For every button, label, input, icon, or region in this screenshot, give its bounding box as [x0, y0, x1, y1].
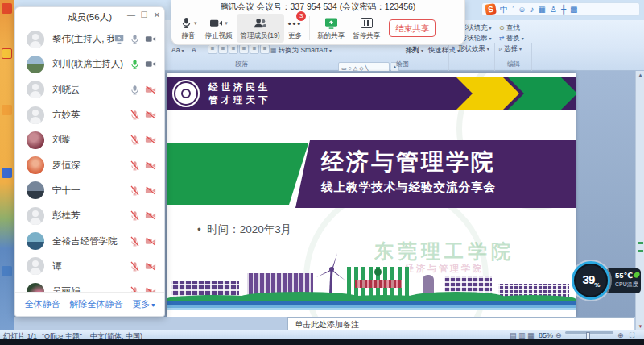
members-panel-footer: 全体静音 解除全体静音 更多 [15, 292, 164, 316]
scroll-down-icon[interactable]: ▼ [636, 324, 644, 329]
member-row[interactable]: 谭 [15, 254, 164, 279]
mic-icon[interactable] [130, 34, 140, 44]
scroll-marker [638, 250, 643, 252]
group-label-editing: 编辑 [507, 60, 520, 69]
shape-effects-button[interactable]: ◐形状效果 [452, 44, 489, 54]
emoji-icon[interactable]: ☺ [518, 3, 526, 15]
camera-icon[interactable] [145, 59, 156, 69]
maximize-button[interactable]: ☐ [138, 10, 150, 19]
select-button[interactable]: ▹选择 [499, 44, 522, 54]
end-share-button[interactable]: 结束共享 [389, 19, 436, 37]
member-row[interactable]: 方妙英 [15, 102, 164, 127]
member-row[interactable]: 宁十一 [15, 178, 164, 203]
mic-active-icon[interactable] [130, 59, 140, 69]
desktop-icon[interactable] [2, 266, 12, 276]
cpu-temperature: 55℃ [615, 271, 641, 280]
punctuation-icon[interactable]: ’ [512, 3, 514, 15]
more-button[interactable]: 更多 [132, 298, 155, 310]
new-share-button[interactable]: 新的共享 [313, 14, 349, 43]
font-color-button[interactable]: A [192, 46, 196, 54]
notes-input[interactable]: 单击此处添加备注 [287, 317, 634, 330]
more-options-button[interactable]: 3 ••• 更多 [284, 14, 307, 43]
stop-video-button[interactable]: ▾ 停止视频 [201, 14, 237, 43]
mic-muted-icon[interactable] [130, 286, 140, 292]
member-row[interactable]: 罗恒深 [15, 152, 164, 177]
pause-share-button[interactable]: 暂停共享 [349, 14, 384, 43]
zoom-out-icon[interactable]: ⊖ [555, 331, 562, 339]
desktop-icon[interactable] [2, 168, 12, 178]
zoom-slider[interactable] [565, 331, 613, 334]
mic-muted-icon[interactable] [130, 210, 140, 221]
windows-taskbar[interactable] [0, 339, 644, 345]
view-buttons[interactable]: ▤ ▥ ▦ [510, 331, 535, 339]
member-row[interactable]: 黎伟(主持人, 我) [15, 27, 164, 52]
camera-muted-icon[interactable] [145, 85, 156, 95]
school-seal-logo [172, 80, 200, 107]
camera-muted-icon[interactable] [145, 261, 156, 272]
voice-input-icon[interactable]: ♪ [530, 3, 534, 15]
find-button[interactable]: ⊙查找 [499, 23, 520, 33]
minimize-button[interactable]: — [126, 10, 137, 19]
camera-muted-icon[interactable] [145, 236, 156, 247]
avatar [27, 156, 44, 174]
manage-members-button[interactable]: 管理成员(19) [237, 14, 284, 43]
member-name: 刘川(联席主持人) [52, 58, 130, 70]
screen-share-icon[interactable] [114, 34, 125, 44]
skin-icon[interactable]: ♙ [550, 3, 557, 15]
member-name: 吴丽娟 [52, 285, 130, 292]
mic-muted-icon[interactable] [130, 110, 140, 120]
desktop-icon[interactable] [2, 105, 12, 115]
camera-muted-icon[interactable] [145, 110, 156, 120]
input-method-bar: S 中 ’ ☺ ♪ ▦ ♙ ╋ ▩ [481, 2, 640, 16]
avatar [27, 232, 44, 250]
align-buttons[interactable] [208, 44, 270, 54]
replace-button[interactable]: ⇄替换 [499, 34, 524, 44]
desktop-icon[interactable] [2, 48, 12, 59]
zoom-level[interactable]: 85% [539, 331, 553, 339]
school-motto: 经世济民生管才理天下 [208, 81, 271, 106]
camera-muted-icon[interactable] [145, 160, 156, 171]
presentation-slide[interactable]: 经世济民生管才理天下 经济与管理学院 线上教学技术与经验交流分享会 • 时间：2… [167, 73, 576, 317]
camera-muted-icon[interactable] [145, 135, 156, 145]
cpu-temp-panel: 55℃ CPU温度 [605, 268, 641, 293]
camera-muted-icon[interactable] [145, 286, 156, 292]
mute-all-button[interactable]: 全体静音 [25, 298, 60, 310]
arrange-button[interactable]: 排列 [406, 46, 423, 56]
font-case-button[interactable]: Aa [171, 46, 184, 54]
member-row[interactable]: 刘璇 [15, 127, 164, 152]
camera-icon[interactable] [145, 34, 156, 44]
member-row[interactable]: 全裕吉经管学院 [15, 228, 164, 253]
mic-muted-icon[interactable] [130, 160, 140, 171]
mic-muted-icon[interactable] [130, 236, 140, 247]
mute-button[interactable]: ▾ 静音 [176, 14, 201, 43]
meeting-title: 腾讯会议 会议号：337 954 534 (会议密码：123456) [171, 2, 464, 13]
title-band-green [167, 143, 308, 205]
zoom-slider-thumb[interactable] [586, 332, 590, 339]
memory-usage-ball[interactable]: 39% [572, 261, 610, 300]
member-row[interactable]: 刘晓云 [15, 77, 164, 102]
chinese-mode-icon[interactable]: 中 [500, 3, 508, 15]
member-row[interactable]: 吴丽娟 [15, 279, 164, 292]
desktop-icon[interactable] [2, 3, 12, 14]
close-button[interactable]: ✕ [151, 10, 163, 19]
members-panel: 成员(56人) — ☐ ✕ 黎伟(主持人, 我)刘川(联席主持人)刘晓云方妙英刘… [14, 6, 165, 317]
mic-muted-icon[interactable] [130, 261, 140, 272]
unmute-all-button[interactable]: 解除全体静音 [69, 298, 122, 310]
keyboard-icon[interactable]: ▦ [538, 3, 545, 15]
camera-muted-icon[interactable] [145, 210, 156, 221]
medical-icon[interactable]: ╋ [561, 3, 566, 15]
avatar [27, 31, 44, 48]
zoom-in-icon[interactable]: ⊕ [617, 331, 624, 339]
toolbox-icon[interactable]: ▩ [570, 3, 577, 15]
member-name: 刘璇 [52, 134, 130, 146]
mic-muted-icon[interactable] [130, 185, 140, 196]
camera-muted-icon[interactable] [145, 185, 156, 196]
mic-muted-icon[interactable] [130, 135, 140, 145]
member-row[interactable]: 刘川(联席主持人) [15, 52, 164, 77]
member-row[interactable]: 彭桂芳 [15, 203, 164, 228]
water-band [167, 301, 576, 310]
smartart-button[interactable]: ▦转换为 SmartArt [270, 46, 332, 56]
scroll-up-icon[interactable]: ▲ [636, 73, 644, 77]
mic-icon[interactable] [130, 85, 140, 95]
sogou-logo-icon[interactable]: S [485, 3, 497, 15]
